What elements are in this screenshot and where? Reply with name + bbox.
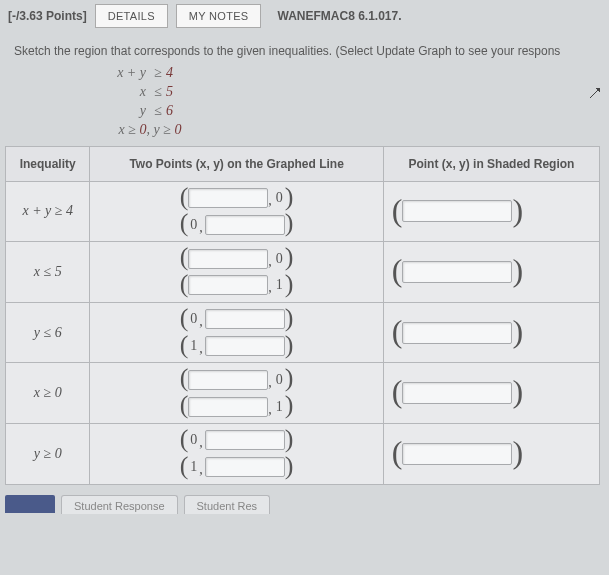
sys-row2-rhs: 5: [166, 83, 173, 102]
row-two-points: (,0)(,1): [90, 242, 383, 303]
table-row: x ≤ 5(,0)(,1)(): [6, 242, 600, 303]
row-region-point: (): [383, 181, 599, 242]
row-two-points: (,0)(0,): [90, 181, 383, 242]
points-label: [-/3.63 Points]: [8, 9, 87, 23]
region-ordered-pair: (): [392, 441, 591, 467]
details-button[interactable]: DETAILS: [95, 4, 168, 28]
answer-input[interactable]: [205, 336, 285, 356]
footer-tab-1[interactable]: Student Response: [61, 495, 178, 514]
ordered-pair: (0,): [180, 430, 294, 451]
ordered-pair: (1,): [180, 336, 294, 357]
my-notes-button[interactable]: MY NOTES: [176, 4, 262, 28]
fixed-value: 0: [274, 252, 285, 266]
row-region-point: (): [383, 302, 599, 363]
col-inequality: Inequality: [6, 146, 90, 181]
ordered-pair: (1,): [180, 457, 294, 478]
fixed-value: 1: [188, 460, 199, 474]
table-row: x + y ≥ 4(,0)(0,)(): [6, 181, 600, 242]
sys-row3-lhs: y: [100, 102, 150, 121]
region-input[interactable]: [402, 443, 512, 465]
fixed-value: 1: [274, 400, 285, 414]
fixed-value: 1: [274, 278, 285, 292]
footer-tabs: Student Response Student Res: [5, 495, 604, 514]
region-input[interactable]: [402, 200, 512, 222]
ordered-pair: (,0): [180, 248, 294, 269]
region-ordered-pair: (): [392, 259, 591, 285]
row-inequality: x ≤ 5: [6, 242, 90, 303]
col-shaded-point: Point (x, y) in Shaded Region: [383, 146, 599, 181]
answer-input[interactable]: [188, 249, 268, 269]
question-header: [-/3.63 Points] DETAILS MY NOTES WANEFMA…: [0, 0, 609, 32]
instruction-text: Sketch the region that corresponds to th…: [0, 32, 609, 64]
ordered-pair: (,1): [180, 275, 294, 296]
table-row: y ≤ 6(0,)(1,)(): [6, 302, 600, 363]
sys-row3-op: ≤: [150, 102, 166, 121]
region-ordered-pair: (): [392, 320, 591, 346]
row-region-point: (): [383, 363, 599, 424]
sys-row2-op: ≤: [150, 83, 166, 102]
ordered-pair: (0,): [180, 309, 294, 330]
fixed-value: 0: [188, 312, 199, 326]
ordered-pair: (,0): [180, 369, 294, 390]
footer-active-tab[interactable]: [5, 495, 55, 513]
footer-tab-2[interactable]: Student Res: [184, 495, 271, 514]
row-inequality: y ≥ 0: [6, 423, 90, 484]
sys-row1-rhs: 4: [166, 64, 173, 83]
sys-row4: x ≥ 0, y ≥ 0: [119, 122, 182, 137]
row-two-points: (0,)(1,): [90, 302, 383, 363]
answer-table: Inequality Two Points (x, y) on the Grap…: [5, 146, 600, 485]
row-two-points: (,0)(,1): [90, 363, 383, 424]
table-row: x ≥ 0(,0)(,1)(): [6, 363, 600, 424]
row-region-point: (): [383, 423, 599, 484]
sys-row1-op: ≥: [150, 64, 166, 83]
row-region-point: (): [383, 242, 599, 303]
answer-input[interactable]: [205, 457, 285, 477]
fixed-value: 0: [274, 191, 285, 205]
row-inequality: x + y ≥ 4: [6, 181, 90, 242]
region-ordered-pair: (): [392, 380, 591, 406]
col-two-points: Two Points (x, y) on the Graphed Line: [90, 146, 383, 181]
table-row: y ≥ 0(0,)(1,)(): [6, 423, 600, 484]
answer-input[interactable]: [188, 188, 268, 208]
answer-input[interactable]: [188, 370, 268, 390]
ordered-pair: (0,): [180, 214, 294, 235]
row-inequality: y ≤ 6: [6, 302, 90, 363]
row-two-points: (0,)(1,): [90, 423, 383, 484]
region-input[interactable]: [402, 382, 512, 404]
region-input[interactable]: [402, 261, 512, 283]
region-input[interactable]: [402, 322, 512, 344]
ordered-pair: (,0): [180, 188, 294, 209]
answer-input[interactable]: [188, 397, 268, 417]
question-code: WANEFMAC8 6.1.017.: [277, 9, 401, 23]
fixed-value: 0: [188, 433, 199, 447]
inequalities-system: x + y ≥ 4 x ≤ 5 y ≤ 6 x ≥ 0, y ≥ 0: [100, 64, 609, 146]
fixed-value: 0: [188, 218, 199, 232]
ordered-pair: (,1): [180, 396, 294, 417]
answer-input[interactable]: [205, 430, 285, 450]
region-ordered-pair: (): [392, 199, 591, 225]
answer-input[interactable]: [205, 215, 285, 235]
answer-input[interactable]: [205, 309, 285, 329]
sys-row1-lhs: x + y: [100, 64, 150, 83]
sys-row3-rhs: 6: [166, 102, 173, 121]
sys-row2-lhs: x: [100, 83, 150, 102]
row-inequality: x ≥ 0: [6, 363, 90, 424]
fixed-value: 0: [274, 373, 285, 387]
fixed-value: 1: [188, 339, 199, 353]
answer-input[interactable]: [188, 275, 268, 295]
